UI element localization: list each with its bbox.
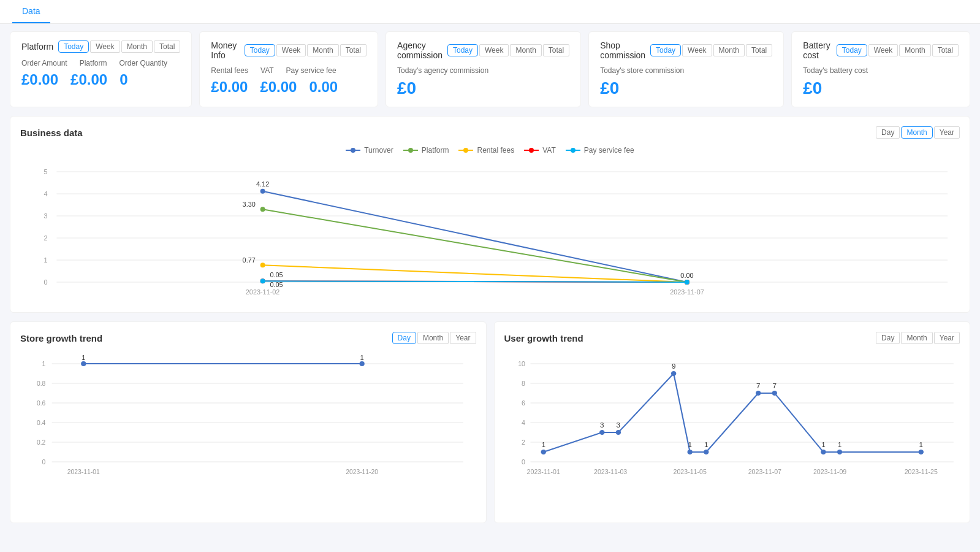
svg-text:0: 0 <box>42 459 46 466</box>
svg-text:3: 3 <box>44 212 47 220</box>
stats-row: Platform Today Week Month Total Order Am… <box>10 31 970 107</box>
battery-title: Battery cost <box>803 40 831 60</box>
legend-turnover: Turnover <box>346 146 393 155</box>
battery-week-btn[interactable]: Week <box>868 44 898 56</box>
svg-point-86 <box>918 450 923 454</box>
svg-text:7: 7 <box>772 382 776 389</box>
shop-total-btn[interactable]: Total <box>746 44 772 56</box>
legend-vat: VAT <box>524 146 556 155</box>
platform-month-btn[interactable]: Month <box>121 40 153 53</box>
shop-period-group: Today Week Month Total <box>650 44 772 56</box>
user-month-btn[interactable]: Month <box>901 332 932 344</box>
battery-values: £0 <box>803 79 959 98</box>
money-info-labels: Rental fees VAT Pay service fee <box>211 66 367 75</box>
svg-text:7: 7 <box>756 382 759 389</box>
battery-today-btn[interactable]: Today <box>837 44 867 56</box>
top-navigation: Data <box>0 0 980 24</box>
svg-point-80 <box>772 391 777 396</box>
battery-month-btn[interactable]: Month <box>899 44 930 56</box>
business-day-btn[interactable]: Day <box>876 126 900 139</box>
store-year-btn[interactable]: Year <box>450 332 476 344</box>
platform-label-0: Order Amount <box>21 59 67 67</box>
svg-text:0: 0 <box>522 459 525 466</box>
platform-value-0: £0.00 <box>21 71 58 88</box>
user-year-btn[interactable]: Year <box>934 332 960 344</box>
svg-line-12 <box>263 191 687 282</box>
money-info-values: £0.00 £0.00 0.00 <box>211 79 367 96</box>
svg-text:4.12: 4.12 <box>256 180 269 188</box>
business-month-btn[interactable]: Month <box>901 126 932 139</box>
svg-text:4: 4 <box>522 420 525 426</box>
tab-data[interactable]: Data <box>12 0 50 23</box>
battery-total-btn[interactable]: Total <box>932 44 959 56</box>
agency-today-btn[interactable]: Today <box>447 44 478 56</box>
agency-week-btn[interactable]: Week <box>479 44 509 56</box>
user-day-btn[interactable]: Day <box>876 332 900 344</box>
svg-text:0.00: 0.00 <box>680 272 693 279</box>
shop-today-btn[interactable]: Today <box>650 44 681 56</box>
svg-point-31 <box>685 280 689 285</box>
svg-point-72 <box>670 371 675 376</box>
user-growth-header: User growth trend Day Month Year <box>504 332 960 344</box>
store-period-group: Day Month Year <box>392 332 476 344</box>
svg-point-22 <box>260 263 265 267</box>
shop-week-btn[interactable]: Week <box>682 44 712 56</box>
svg-text:2: 2 <box>44 234 47 242</box>
svg-text:0.05: 0.05 <box>270 281 283 288</box>
agency-value-0: £0 <box>397 79 416 98</box>
svg-text:1: 1 <box>704 441 708 448</box>
store-day-btn[interactable]: Day <box>392 332 416 344</box>
store-growth-section: Store growth trend Day Month Year 1 0.8 … <box>10 321 487 523</box>
store-growth-chart: 1 0.8 0.6 0.4 0.2 0 1 1 2023-11-01 <box>20 351 476 511</box>
store-month-btn[interactable]: Month <box>417 332 449 344</box>
money-total-btn[interactable]: Total <box>340 44 367 56</box>
svg-point-49 <box>359 361 364 366</box>
battery-value-0: £0 <box>803 79 822 98</box>
battery-labels: Today's battery cost <box>803 66 959 75</box>
battery-cost-card: Battery cost Today Week Month Total Toda… <box>791 31 970 107</box>
money-month-btn[interactable]: Month <box>307 44 338 56</box>
money-label-0: Rental fees <box>211 66 248 75</box>
battery-label-0: Today's battery cost <box>803 66 868 75</box>
svg-point-76 <box>704 450 708 454</box>
money-week-btn[interactable]: Week <box>276 44 306 56</box>
business-year-btn[interactable]: Year <box>934 126 960 139</box>
platform-value-2: 0 <box>120 71 127 88</box>
svg-text:1: 1 <box>42 361 46 367</box>
shop-month-btn[interactable]: Month <box>713 44 745 56</box>
svg-text:2023-11-03: 2023-11-03 <box>594 469 628 475</box>
svg-point-18 <box>260 207 265 212</box>
platform-label-2: Order Quantity <box>119 59 167 67</box>
svg-text:1: 1 <box>919 441 922 448</box>
agency-card-header: Agency commission Today Week Month Total <box>397 40 569 60</box>
money-today-btn[interactable]: Today <box>245 44 275 56</box>
agency-values: £0 <box>397 79 569 98</box>
legend-pay-service: Pay service fee <box>566 146 634 155</box>
svg-text:2: 2 <box>522 439 525 446</box>
svg-text:1: 1 <box>44 256 47 264</box>
legend-platform-label: Platform <box>422 146 449 155</box>
agency-label-0: Today's agency commission <box>397 66 488 75</box>
platform-card-header: Platform Today Week Month Total <box>21 40 180 53</box>
platform-week-btn[interactable]: Week <box>90 40 120 53</box>
platform-title: Platform <box>21 42 53 52</box>
platform-total-btn[interactable]: Total <box>154 40 180 53</box>
svg-text:2023-11-07: 2023-11-07 <box>670 288 704 296</box>
svg-text:8: 8 <box>522 380 525 387</box>
agency-total-btn[interactable]: Total <box>543 44 569 56</box>
shop-label-0: Today's store commission <box>600 66 684 75</box>
agency-month-btn[interactable]: Month <box>510 44 541 56</box>
svg-text:2023-11-05: 2023-11-05 <box>673 469 707 475</box>
user-growth-section: User growth trend Day Month Year 10 8 6 … <box>494 321 971 523</box>
platform-today-btn[interactable]: Today <box>58 40 89 53</box>
platform-labels: Order Amount Platform Order Quantity <box>21 59 180 67</box>
business-data-title: Business data <box>20 128 83 138</box>
battery-period-group: Today Week Month Total <box>837 44 959 56</box>
svg-text:1: 1 <box>837 441 841 448</box>
svg-line-17 <box>263 209 687 282</box>
shop-value-0: £0 <box>600 79 619 98</box>
legend-pay-service-label: Pay service fee <box>584 146 634 155</box>
svg-point-74 <box>687 450 692 454</box>
agency-title: Agency commission <box>397 40 443 60</box>
battery-card-header: Battery cost Today Week Month Total <box>803 40 959 60</box>
